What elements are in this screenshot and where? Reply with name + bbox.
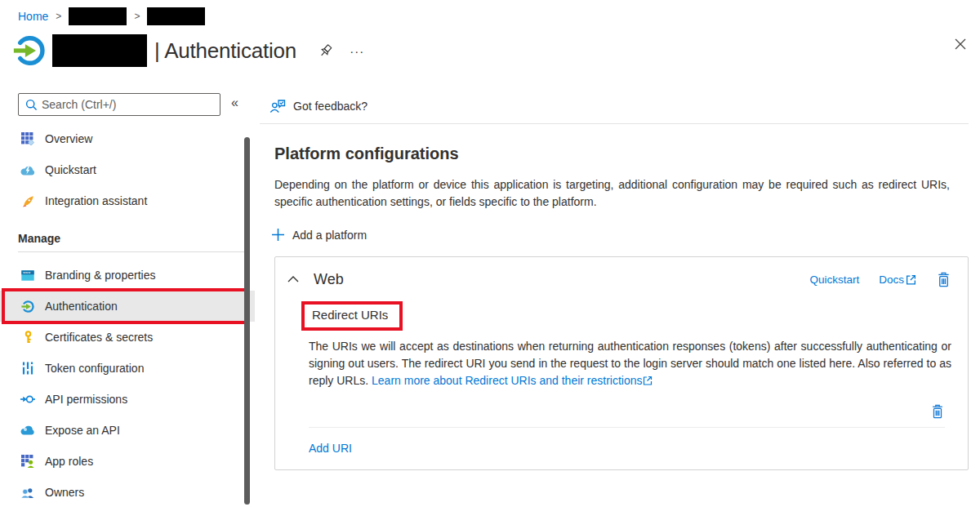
sidebar-item-label: Token configuration xyxy=(45,362,144,375)
sidebar-item-authentication[interactable]: Authentication xyxy=(0,291,255,322)
sidebar-item-token-configuration[interactable]: Token configuration xyxy=(0,353,255,384)
sidebar-item-certificates-secrets[interactable]: Certificates & secrets xyxy=(0,322,255,353)
page-header: | Authentication ··· xyxy=(13,31,969,70)
sidebar-scrollbar[interactable] xyxy=(244,137,250,505)
main-content: Got feedback? Platform configurations De… xyxy=(260,88,980,507)
add-uri-link[interactable]: Add URI xyxy=(309,442,352,455)
sidebar-item-label: Overview xyxy=(45,132,92,145)
people-icon xyxy=(20,485,35,500)
breadcrumb-separator: > xyxy=(56,11,61,22)
web-platform-card: Web Quickstart Docs xyxy=(274,256,969,470)
key-icon xyxy=(20,330,35,345)
web-card-title: Web xyxy=(314,271,344,288)
learn-more-link[interactable]: Learn more about Redirect URIs and their… xyxy=(372,374,642,387)
redacted-app-name xyxy=(52,34,147,67)
docs-link[interactable]: Docs xyxy=(879,274,916,286)
external-link-icon xyxy=(643,376,653,385)
redacted-breadcrumb-item xyxy=(147,7,205,25)
arrow-into-circle-icon xyxy=(20,392,35,407)
sidebar-item-label: Branding & properties xyxy=(45,269,155,282)
sidebar-item-label: Integration assistant xyxy=(45,194,147,207)
pin-icon[interactable] xyxy=(318,43,333,59)
breadcrumb: Home > > xyxy=(18,7,205,25)
close-icon[interactable] xyxy=(954,38,967,51)
sidebar-item-quickstart[interactable]: Quickstart xyxy=(0,154,255,185)
sidebar-item-label: Owners xyxy=(45,486,84,499)
sliders-icon xyxy=(20,361,35,376)
sidebar-item-label: Expose an API xyxy=(45,424,120,437)
search-input[interactable] xyxy=(42,95,216,114)
platform-configurations-description: Depending on the platform or device this… xyxy=(274,176,950,211)
grid-icon xyxy=(20,131,35,146)
search-icon xyxy=(25,99,38,111)
sidebar-item-app-roles[interactable]: App roles xyxy=(0,446,255,477)
sidebar-item-expose-an-api[interactable]: Expose an API xyxy=(0,415,255,446)
svg-text:www: www xyxy=(23,270,30,274)
rocket-icon xyxy=(20,193,35,208)
sidebar-item-api-permissions[interactable]: API permissions xyxy=(0,384,255,415)
sidebar-search xyxy=(18,93,220,116)
sidebar-item-label: API permissions xyxy=(45,393,127,406)
sidebar-item-label: Certificates & secrets xyxy=(45,331,153,344)
external-link-icon xyxy=(906,274,916,285)
got-feedback-label: Got feedback? xyxy=(293,100,368,113)
auth-arrow-circle-icon xyxy=(20,299,35,314)
sidebar-item-overview[interactable]: Overview xyxy=(0,123,255,154)
delete-uri-icon[interactable] xyxy=(930,403,945,420)
divider xyxy=(309,427,945,428)
collapse-chevron-icon[interactable] xyxy=(286,274,301,284)
breadcrumb-home-link[interactable]: Home xyxy=(18,10,48,23)
redirect-uris-description: The URIs we will accept as destinations … xyxy=(309,338,951,389)
collapse-sidebar-icon[interactable]: « xyxy=(231,96,238,110)
redirect-uris-heading: Redirect URIs xyxy=(312,308,388,322)
sidebar: « Overview xyxy=(0,88,260,507)
quickstart-link[interactable]: Quickstart xyxy=(809,274,859,286)
feedback-icon xyxy=(270,99,286,113)
browser-window-icon: www xyxy=(20,268,35,282)
got-feedback-button[interactable]: Got feedback? xyxy=(260,88,969,124)
sidebar-item-label: Quickstart xyxy=(45,163,96,176)
redacted-breadcrumb-item[interactable] xyxy=(69,7,127,25)
app-registration-icon xyxy=(13,33,47,68)
redirect-uri-row xyxy=(309,401,945,422)
sidebar-item-owners[interactable]: Owners xyxy=(0,477,255,507)
add-a-platform-button[interactable]: Add a platform xyxy=(271,228,402,242)
plus-icon xyxy=(271,228,285,242)
sidebar-item-integration-assistant[interactable]: Integration assistant xyxy=(0,185,255,216)
page-title: | Authentication xyxy=(154,38,296,64)
sidebar-item-label: Authentication xyxy=(45,300,118,313)
cloud-icon xyxy=(20,423,35,438)
delete-platform-icon[interactable] xyxy=(936,271,951,288)
add-a-platform-label: Add a platform xyxy=(292,229,367,242)
redirect-uris-annotation-box: Redirect URIs xyxy=(301,301,403,331)
sidebar-nav: Overview Quickstart Integration assistan… xyxy=(0,123,260,507)
breadcrumb-separator: > xyxy=(134,11,140,22)
sidebar-group-manage: Manage xyxy=(0,220,260,245)
cloud-bolt-icon xyxy=(20,162,35,177)
sidebar-item-branding-properties[interactable]: www Branding & properties xyxy=(0,260,255,291)
platform-configurations-heading: Platform configurations xyxy=(274,145,980,163)
sidebar-item-label: App roles xyxy=(45,455,93,468)
more-commands-icon[interactable]: ··· xyxy=(350,44,364,58)
grid-person-icon xyxy=(20,454,35,469)
